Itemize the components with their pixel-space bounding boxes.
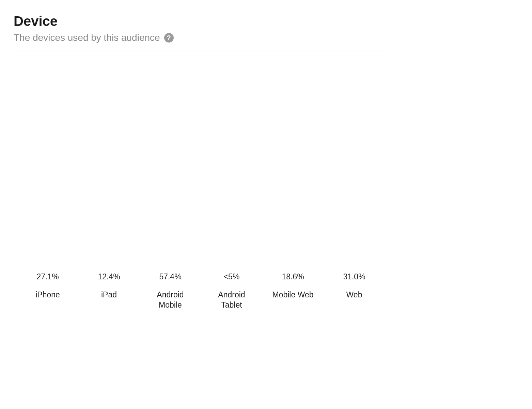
bar-group-web: 31.0% — [332, 272, 376, 285]
bar-value-label: <5% — [224, 272, 240, 281]
chart-header: Device The devices used by this audience… — [14, 14, 388, 50]
x-axis: iPhone iPad Android Mobile Android Table… — [14, 285, 388, 310]
chart-plot-area: 27.1% 12.4% 57.4% <5% 18.6% 31.0% — [14, 67, 388, 285]
x-axis-label: Android Tablet — [209, 290, 254, 310]
bar-group-mobile-web: 18.6% — [271, 272, 315, 285]
bar-value-label: 18.6% — [282, 272, 304, 281]
help-icon[interactable]: ? — [164, 33, 174, 43]
subtitle-row: The devices used by this audience ? — [14, 32, 388, 43]
bar-value-label: 31.0% — [343, 272, 365, 281]
x-axis-label: Web — [332, 290, 376, 310]
chart-subtitle: The devices used by this audience — [14, 32, 160, 43]
bar-group-ipad: 12.4% — [87, 272, 131, 285]
chart-title: Device — [14, 14, 388, 29]
x-axis-label: Android Mobile — [148, 290, 192, 310]
bar-group-android-tablet: <5% — [209, 272, 254, 285]
bar-group-iphone: 27.1% — [26, 272, 70, 285]
bar-value-label: 12.4% — [98, 272, 120, 281]
x-axis-label: iPad — [87, 290, 131, 310]
bar-group-android-mobile: 57.4% — [148, 272, 192, 285]
bar-value-label: 57.4% — [159, 272, 181, 281]
device-chart-panel: Device The devices used by this audience… — [14, 14, 388, 310]
bar-value-label: 27.1% — [36, 272, 59, 281]
x-axis-label: iPhone — [26, 290, 70, 310]
x-axis-label: Mobile Web — [271, 290, 315, 310]
